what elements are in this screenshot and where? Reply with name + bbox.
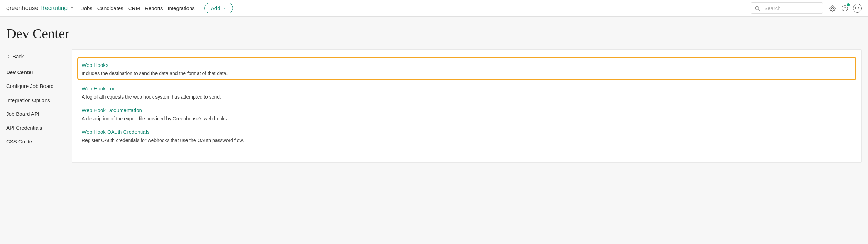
sidebar-item-api-credentials[interactable]: API Credentials: [6, 121, 65, 135]
svg-point-0: [755, 6, 759, 10]
entry-link-web-hook-documentation[interactable]: Web Hook Documentation: [82, 105, 142, 114]
entry: Web Hook Documentation A description of …: [82, 105, 852, 121]
entry-desc: Register OAuth credentials for webhooks …: [82, 138, 852, 143]
add-button-label: Add: [211, 5, 220, 11]
settings-button[interactable]: [828, 4, 837, 13]
entry: Web Hook Log A log of all requests the w…: [82, 83, 852, 100]
help-icon: [841, 5, 848, 12]
sidebar-item-configure-job-board[interactable]: Configure Job Board: [6, 79, 65, 93]
sidebar-item-job-board-api[interactable]: Job Board API: [6, 107, 65, 121]
nav-candidates[interactable]: Candidates: [97, 4, 123, 12]
sidebar-item-css-guide[interactable]: CSS Guide: [6, 135, 65, 149]
entry-desc: A description of the export file provide…: [82, 116, 852, 121]
sidebar-item-integration-options[interactable]: Integration Options: [6, 93, 65, 107]
add-button[interactable]: Add: [204, 3, 233, 13]
entry: Web Hook OAuth Credentials Register OAut…: [82, 127, 852, 143]
main-panel: Web Hooks Includes the destination to se…: [72, 49, 862, 163]
sidebar: Back Dev Center Configure Job Board Inte…: [6, 49, 65, 149]
nav-crm[interactable]: CRM: [128, 4, 140, 12]
entry-link-web-hook-log[interactable]: Web Hook Log: [82, 83, 116, 92]
svg-point-4: [845, 9, 845, 10]
gear-icon: [829, 5, 836, 12]
logo-recruiting: Recruiting: [40, 4, 68, 12]
page-title: Dev Center: [0, 17, 868, 49]
avatar[interactable]: DK: [853, 4, 862, 13]
chevron-down-icon: [70, 5, 74, 11]
entry-link-web-hook-oauth-credentials[interactable]: Web Hook OAuth Credentials: [82, 127, 150, 135]
logo-greenhouse: greenhouse: [6, 4, 38, 12]
chevron-down-icon: [222, 6, 226, 10]
product-switcher[interactable]: greenhouse Recruiting: [6, 4, 74, 12]
topbar: greenhouse Recruiting Jobs Candidates CR…: [0, 0, 868, 17]
top-icons: DK: [828, 4, 862, 13]
search-icon: [754, 5, 760, 11]
back-link[interactable]: Back: [6, 53, 65, 59]
svg-point-2: [832, 7, 834, 9]
svg-line-1: [758, 9, 759, 10]
search-input[interactable]: [751, 2, 823, 14]
entry-desc: A log of all requests the web hook syste…: [82, 94, 852, 100]
nav-reports[interactable]: Reports: [145, 4, 163, 12]
help-button[interactable]: [840, 4, 849, 13]
highlighted-entry: Web Hooks Includes the destination to se…: [77, 57, 856, 80]
main-nav: Jobs Candidates CRM Reports Integrations…: [81, 3, 233, 13]
chevron-left-icon: [6, 54, 10, 59]
nav-jobs[interactable]: Jobs: [81, 4, 92, 12]
layout: Back Dev Center Configure Job Board Inte…: [0, 49, 868, 176]
sidebar-item-dev-center[interactable]: Dev Center: [6, 65, 65, 79]
search-wrap: [751, 2, 823, 14]
nav-integrations[interactable]: Integrations: [168, 4, 194, 12]
entry-desc: Includes the destination to send the dat…: [82, 71, 852, 76]
back-label: Back: [12, 53, 24, 59]
entry-link-web-hooks[interactable]: Web Hooks: [82, 60, 108, 69]
